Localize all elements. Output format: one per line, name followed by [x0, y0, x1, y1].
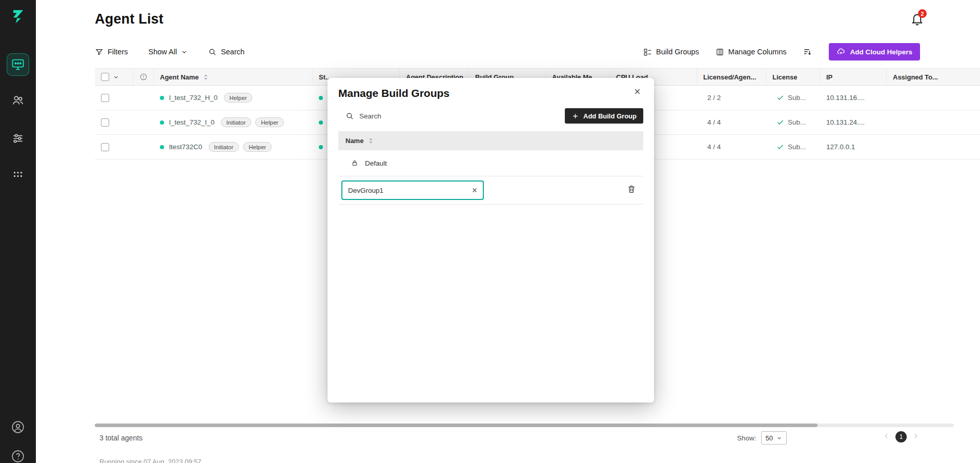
sidebar-item-agent-groups[interactable] [7, 163, 29, 186]
pagination: 1 [883, 431, 920, 442]
sidebar-item-users[interactable] [7, 89, 29, 112]
sidebar-item-help[interactable] [7, 445, 29, 463]
chevron-left-icon [883, 432, 890, 440]
sidebar [0, 0, 36, 463]
lock-icon [351, 159, 358, 167]
search-button[interactable]: Search [208, 48, 244, 56]
column-header-ip[interactable]: IP [820, 69, 887, 85]
page-number-button[interactable]: 1 [895, 431, 907, 442]
chevron-right-icon [912, 432, 920, 440]
column-label: Agent Name [160, 73, 199, 81]
build-groups-button[interactable]: Build Groups [643, 48, 699, 56]
license-cell: Sub... [766, 135, 820, 159]
modal-search [338, 112, 462, 120]
filters-label: Filters [108, 48, 128, 56]
licensed-cell: 4 / 4 [697, 135, 766, 159]
agent-badge: Initiator [209, 142, 239, 152]
sort-updown-icon[interactable] [368, 137, 374, 144]
delete-build-group-button[interactable] [627, 185, 636, 196]
grid-dots-icon [11, 168, 25, 181]
prev-page-button[interactable] [883, 432, 890, 442]
agent-name-cell: l_test_732_H_0 Helper [154, 86, 313, 110]
agent-name: l_test_732_I_0 [169, 118, 215, 126]
ip-cell: 10.131.16.... [820, 86, 887, 110]
agent-name-cell: ltest732C0 Initiator Helper [154, 135, 313, 159]
column-header-alerts[interactable] [133, 69, 154, 85]
manage-columns-button[interactable]: Manage Columns [716, 48, 787, 56]
modal-name-column-header[interactable]: Name [338, 131, 643, 150]
chevron-down-icon [777, 435, 782, 441]
row-checkbox[interactable] [101, 143, 109, 151]
build-group-name-input[interactable] [341, 180, 484, 200]
column-header-license[interactable]: License [766, 69, 820, 85]
edit-box [341, 180, 484, 200]
next-page-button[interactable] [912, 432, 920, 442]
scrollbar-thumb[interactable] [95, 424, 818, 427]
ip-cell: 10.131.24.... [820, 110, 887, 134]
column-label: Licensed/Agen... [703, 73, 756, 81]
row-checkbox[interactable] [101, 118, 109, 127]
sidebar-item-agents[interactable] [7, 53, 29, 76]
build-group-edit-row [338, 176, 643, 205]
info-icon [139, 73, 148, 81]
build-groups-label: Build Groups [656, 48, 699, 56]
column-header-agent-name[interactable]: Agent Name [154, 69, 313, 85]
licensed-cell: 4 / 4 [697, 110, 766, 134]
agent-badge: Helper [243, 142, 272, 152]
column-label: License [772, 73, 797, 81]
build-groups-icon [643, 48, 652, 56]
modal-search-input[interactable] [359, 112, 462, 120]
modal-close-button[interactable] [633, 87, 642, 98]
sort-lines-icon [803, 47, 812, 57]
agent-badge: Helper [224, 93, 253, 103]
notifications-button[interactable]: 2 [908, 11, 926, 29]
assigned-cell [887, 110, 980, 134]
toolbar: Filters Show All Search Build Groups Man… [95, 42, 920, 62]
sort-order-button[interactable] [803, 47, 812, 57]
column-label: Assigned To... [893, 73, 938, 81]
avatar-icon [11, 420, 25, 434]
column-header-licensed[interactable]: Licensed/Agen... [697, 69, 766, 85]
check-icon [777, 143, 784, 151]
page-size-select[interactable]: 50 [761, 431, 787, 445]
column-header-assigned[interactable]: Assigned To... [887, 69, 980, 85]
license-cell: Sub... [766, 110, 820, 134]
status-dot [319, 120, 323, 125]
select-all-checkbox[interactable] [101, 73, 109, 81]
clear-input-button[interactable] [470, 186, 479, 195]
add-cloud-helpers-button[interactable]: Add Cloud Helpers [829, 43, 920, 61]
agent-name-cell: l_test_732_I_0 Initiator Helper [154, 110, 313, 134]
add-build-group-button[interactable]: Add Build Group [565, 108, 643, 124]
filters-button[interactable]: Filters [95, 48, 128, 56]
agents-monitor-icon [11, 57, 25, 72]
plus-icon [571, 112, 579, 120]
licensed-cell: 2 / 2 [697, 86, 766, 110]
agent-name: l_test_732_H_0 [169, 94, 218, 102]
manage-columns-icon [716, 48, 724, 56]
agent-badge: Initiator [221, 117, 252, 127]
horizontal-scrollbar[interactable] [95, 424, 954, 427]
total-agents-text: 3 total agents [99, 434, 142, 442]
select-all-cell[interactable] [95, 69, 133, 85]
row-checkbox[interactable] [101, 94, 109, 102]
assigned-cell [887, 86, 980, 110]
build-group-row[interactable]: Default [338, 150, 643, 176]
app-logo-icon [9, 7, 27, 26]
select-cell [95, 86, 133, 110]
sort-updown-icon[interactable] [202, 74, 209, 80]
status-dot [319, 145, 323, 149]
search-label: Search [221, 48, 244, 56]
sidebar-item-settings[interactable] [7, 127, 29, 150]
show-label: Show: [737, 434, 757, 442]
assigned-cell [887, 135, 980, 159]
agent-name: ltest732C0 [169, 143, 202, 151]
sidebar-item-profile[interactable] [7, 416, 29, 438]
manage-build-groups-modal: Manage Build Groups Add Build Group Name… [328, 78, 654, 402]
trash-icon [627, 185, 636, 194]
chevron-down-icon[interactable] [113, 74, 119, 80]
show-all-dropdown[interactable]: Show All [148, 48, 188, 56]
license-text: Sub... [788, 118, 806, 126]
column-label: Name [345, 137, 363, 145]
license-text: Sub... [788, 143, 806, 151]
select-cell [95, 110, 133, 134]
